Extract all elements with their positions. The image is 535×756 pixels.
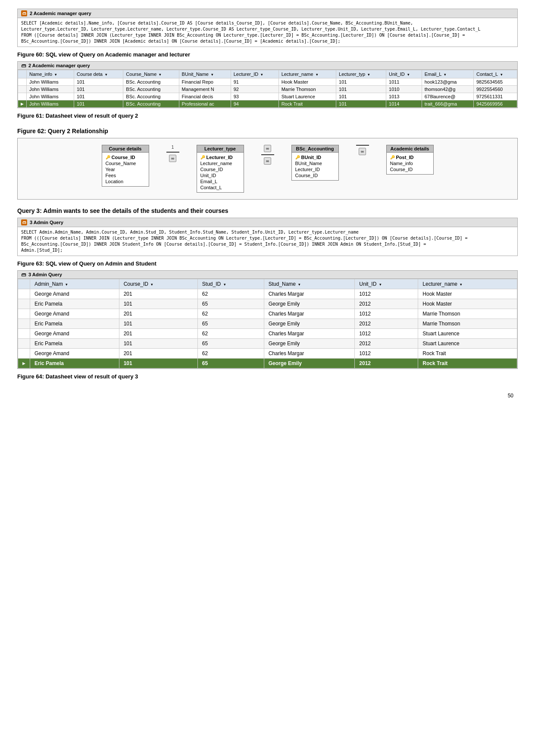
field-year: Year	[105, 166, 146, 172]
table-cell: Professional ac	[179, 100, 231, 108]
col-email-l[interactable]: Email_L ▾	[422, 70, 473, 78]
table-cell: 2012	[355, 359, 418, 369]
table-cell: Management N	[179, 86, 231, 93]
row-indicator	[18, 349, 30, 359]
table-cell: 1012	[355, 349, 418, 359]
table-cell: 65	[197, 299, 264, 309]
table-cell: 62	[197, 349, 264, 359]
table-cell: Charles Margar	[264, 289, 355, 299]
join-symbol-3: ∞	[264, 157, 271, 165]
field-course-id-l: Course_ID	[200, 166, 241, 172]
table-cell: Stuart Laurence	[418, 339, 517, 349]
field-post-id: 🔑 Post_ID	[389, 154, 431, 160]
table-cell: BSc. Accounting	[123, 86, 179, 93]
rel-table-academic: Academic details 🔑 Post_ID Name_info Cou…	[386, 145, 434, 175]
table-cell: 101	[119, 299, 197, 309]
fig63-caption: Figure 63: SQL view of Query on Admin an…	[17, 260, 518, 267]
rel-table-lecturer-type: Lecturer_type 🔑 Lecturer_ID Lecturer_nam…	[197, 145, 244, 193]
col-contact-l[interactable]: Contact_L ▾	[473, 70, 517, 78]
table-cell: 201	[119, 349, 197, 359]
datasheet1-header: 🗃 2 Academic manager query	[18, 62, 517, 70]
table-cell: 62	[197, 289, 264, 299]
table-cell: 1012	[355, 309, 418, 319]
rel-table-lecturer-header: Lecturer_type	[197, 145, 244, 153]
connector-3: ∞	[356, 145, 369, 155]
col-unit-id[interactable]: Unit_ID ▾	[386, 70, 422, 78]
db-icon: 🗃	[21, 10, 27, 16]
table-cell: 101	[336, 93, 386, 100]
table-cell: 93	[231, 93, 278, 100]
col-course-name[interactable]: Course_Name ▾	[123, 70, 179, 78]
fig60-caption: Figure 60: SQL view of Query on Academic…	[17, 51, 518, 58]
table-cell: George Amand	[30, 349, 119, 359]
col-stud-name[interactable]: Stud_Name ▾	[264, 279, 355, 289]
table-row: Eric Pamela10165George Emily2012Hook Mas…	[18, 299, 517, 309]
academic-query-box: 🗃 2 Academic manager query SELECT [Acade…	[17, 9, 518, 47]
datasheet1-title: 2 Academic manager query	[28, 63, 90, 68]
row-indicator	[18, 289, 30, 299]
table-cell: 1010	[386, 86, 422, 93]
table-cell: trait_666@gma	[422, 100, 473, 108]
join-symbol-1: ∞	[169, 155, 176, 162]
join-symbol-2: ∞	[264, 145, 271, 152]
table-cell: John Williams	[27, 86, 74, 93]
table-cell: George Emily	[264, 299, 355, 309]
field-course-name: Course_Name	[105, 160, 146, 166]
rel-table-academic-header: Academic details	[387, 145, 433, 153]
table-cell: 62	[197, 329, 264, 339]
col-admin-lecturer-name[interactable]: Lecturer_name ▾	[418, 279, 517, 289]
row-indicator	[18, 329, 30, 339]
table-cell: Eric Pamela	[30, 339, 119, 349]
ds1-icon: 🗃	[21, 63, 26, 68]
table-cell: 101	[119, 319, 197, 329]
rel-table-course-details: Course details 🔑 Course_ID Course_Name Y…	[102, 145, 149, 187]
table-cell: Hook Master	[418, 299, 517, 309]
fig64-caption: Figure 64: Datasheet view of result of q…	[17, 373, 518, 380]
col-lecturer-id[interactable]: Lecturer_ID ▾	[231, 70, 278, 78]
table-cell: 101	[74, 78, 123, 86]
table-cell: George Amand	[30, 289, 119, 299]
table-cell: 201	[119, 329, 197, 339]
table-row: George Amand20162Charles Margar1012Stuar…	[18, 329, 517, 339]
table-cell: John Williams	[27, 93, 74, 100]
field-bunit-id: 🔑 BUnit_ID	[294, 154, 336, 160]
fig61-caption: Figure 61: Datasheet view of result of q…	[17, 112, 518, 119]
datasheet1-header-row: Name_info ▾ Course deta ▾ Course_Name ▾ …	[18, 70, 517, 78]
admin-header-row: Admin_Nam ▾ Course_ID ▾ Stud_ID ▾ Stud_N…	[18, 279, 517, 289]
table-cell: 94	[231, 100, 278, 108]
row-indicator	[18, 319, 30, 329]
table-cell: 65	[197, 339, 264, 349]
table-cell: George Amand	[30, 309, 119, 319]
table-cell: thomson42@g	[422, 86, 473, 93]
table-cell: 2012	[355, 319, 418, 329]
admin-query-section: 🗃 3 Admin Query SELECT Admin.Admin_Name,…	[17, 218, 518, 256]
field-unit-id-l: Unit_ID	[200, 172, 241, 178]
table-cell: 1012	[355, 329, 418, 339]
col-admin-unit-id[interactable]: Unit_ID ▾	[355, 279, 418, 289]
relationship-diagram: Course details 🔑 Course_ID Course_Name Y…	[17, 138, 518, 200]
table-row: John Williams101BSc. AccountingFinancial…	[18, 93, 517, 100]
table-cell: 9725611331	[473, 93, 517, 100]
admin-query-box: 🗃 3 Admin Query SELECT Admin.Admin_Name,…	[17, 218, 518, 256]
table-cell: 91	[231, 78, 278, 86]
col-admin-nam[interactable]: Admin_Nam ▾	[30, 279, 119, 289]
field-email-l: Email_L	[200, 178, 241, 184]
table-row: ▶Eric Pamela10165George Emily2012Rock Tr…	[18, 359, 517, 369]
col-lecturer-typ[interactable]: Lecturer_typ ▾	[336, 70, 386, 78]
table-cell: 101	[336, 100, 386, 108]
field-lecturer-name: Lecturer_name	[200, 160, 241, 166]
col-stud-id[interactable]: Stud_ID ▾	[197, 279, 264, 289]
academic-query-title: 2 Academic manager query	[30, 11, 91, 16]
col-name-info[interactable]: Name_info ▾	[27, 70, 74, 78]
col-admin-course-id[interactable]: Course_ID ▾	[119, 279, 197, 289]
col-lecturer-name[interactable]: Lecturer_name ▾	[278, 70, 336, 78]
admin-datasheet-container: 🗃 3 Admin Query Admin_Nam ▾ Course_ID ▾ …	[17, 270, 518, 369]
admin-query-sql: SELECT Admin.Admin_Name, Admin.Course_ID…	[18, 227, 517, 256]
table-cell: 9425669956	[473, 100, 517, 108]
field-lecturer-id: 🔑 Lecturer_ID	[200, 154, 241, 160]
table-cell: Eric Pamela	[30, 359, 119, 369]
col-bunit-name[interactable]: BUnit_Name ▾	[179, 70, 231, 78]
col-course-deta[interactable]: Course deta ▾	[74, 70, 123, 78]
table-row: John Williams101BSc. AccountingFinancial…	[18, 78, 517, 86]
table-row: Eric Pamela10165George Emily2012Stuart L…	[18, 339, 517, 349]
